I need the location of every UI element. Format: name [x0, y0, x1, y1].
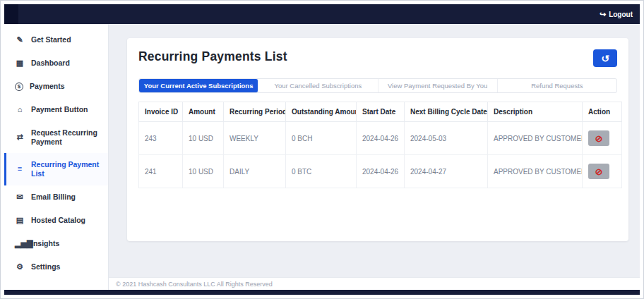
copyright-text: © 2021 Hashcash Consultants LLC All Righ… — [116, 281, 273, 288]
brand-logo — [4, 4, 18, 24]
cell-next-billing-date: 2024-04-27 — [405, 155, 488, 188]
cell-next-billing-date: 2024-05-03 — [405, 122, 488, 155]
cell-invoice-id: 241 — [139, 155, 183, 188]
sidebar-item-label: Insights — [31, 239, 59, 248]
tabs: Your Current Active Subscriptions Your C… — [138, 78, 617, 93]
card-header: Recurring Payments List ↺ — [138, 49, 617, 67]
sidebar-item-label: Payments — [30, 82, 65, 91]
table-header-cell: Recurring Period — [224, 102, 286, 122]
cell-start-date: 2024-04-26 — [357, 122, 405, 155]
cancel-subscription-button[interactable]: ⊘ — [588, 164, 609, 179]
cell-recurring-period: DAILY — [224, 155, 286, 188]
table-header-cell: Action — [583, 102, 622, 122]
table-header-cell: Outstanding Amount — [286, 102, 357, 122]
sidebar-item[interactable]: $ Payments — [4, 75, 108, 98]
cell-start-date: 2024-04-26 — [357, 155, 405, 188]
sidebar-item-icon: ⇄ — [15, 133, 25, 142]
cancel-subscription-button[interactable]: ⊘ — [588, 130, 609, 146]
sidebar-item-icon: ⌂ — [15, 105, 25, 114]
sidebar-item-label: Hosted Catalog — [31, 216, 85, 225]
sidebar-item-icon: ✎ — [15, 35, 25, 44]
no-entry-icon: ⊘ — [595, 167, 603, 176]
sidebar-item-label: Email Billing — [31, 193, 76, 202]
tab[interactable]: Refund Requests — [498, 79, 616, 92]
logout-button[interactable]: ↪ Logout — [592, 4, 640, 24]
cell-recurring-period: WEEKLY — [224, 122, 286, 155]
table-row: 243 10 USD WEEKLY 0 BCH 2024-04-26 2024-… — [139, 122, 622, 155]
sidebar-item-icon: $ — [15, 83, 23, 91]
subscriptions-table: Invoice ID Amount Recurring Period Outst… — [138, 102, 622, 188]
cell-description: APPROVED BY CUSTOMER — [488, 122, 583, 155]
main-area: Recurring Payments List ↺ Your Current A… — [109, 24, 640, 290]
recurring-payments-card: Recurring Payments List ↺ Your Current A… — [127, 38, 628, 241]
sidebar-item[interactable]: ▤ Hosted Catalog — [4, 209, 108, 232]
sidebar-item-label: Get Started — [31, 35, 71, 44]
sidebar-item-icon: ⚙ — [15, 262, 25, 271]
topbar: ↪ Logout — [4, 4, 640, 24]
table-header-cell: Start Date — [357, 102, 405, 122]
sidebar-item-label: Settings — [31, 262, 60, 271]
sidebar-item-icon: ▦ — [15, 59, 25, 68]
sidebar-item-icon: ▤ — [15, 216, 25, 225]
cell-description: APPROVED BY CUSTOMER — [488, 155, 583, 188]
tab-label: Your Current Active Subscriptions — [144, 82, 254, 90]
sidebar-item-icon: ▂▅▇ — [15, 239, 25, 248]
refresh-button[interactable]: ↺ — [593, 49, 617, 67]
sidebar-item-label: Payment Button — [31, 105, 88, 114]
app: ↪ Logout ✎ Get Started ▦ Dashboard — [4, 4, 640, 295]
sidebar-item-label: Dashboard — [31, 59, 70, 68]
cell-amount: 10 USD — [183, 155, 224, 188]
table-header-cell: Next Billing Cycle Date — [405, 102, 488, 122]
table-header-cell: Amount — [183, 102, 224, 122]
cell-action: ⊘ — [583, 122, 622, 155]
sidebar-item-label: Request Recurring Payment — [31, 128, 104, 146]
history-refresh-icon: ↺ — [601, 53, 609, 64]
app-frame: ↪ Logout ✎ Get Started ▦ Dashboard — [0, 0, 644, 299]
sidebar-item-icon: ✉ — [15, 193, 25, 202]
cell-action: ⊘ — [583, 155, 622, 188]
no-entry-icon: ⊘ — [595, 134, 603, 143]
tab[interactable]: Your Cancelled Subscriptions — [258, 79, 378, 92]
sidebar-item[interactable]: ▂▅▇ Insights — [4, 232, 108, 255]
main-content: Recurring Payments List ↺ Your Current A… — [109, 24, 640, 277]
tab-label: Your Cancelled Subscriptions — [274, 82, 362, 90]
sidebar-item[interactable]: ✎ Get Started — [4, 28, 108, 51]
cell-outstanding-amount: 0 BCH — [286, 122, 357, 155]
cell-invoice-id: 243 — [139, 122, 183, 155]
table-header-cell: Description — [488, 102, 583, 122]
table-header-cell: Invoice ID — [139, 102, 183, 122]
table-row: 241 10 USD DAILY 0 BTC 2024-04-26 2024-0… — [139, 155, 622, 188]
page-title: Recurring Payments List — [138, 49, 287, 64]
bottom-strip — [4, 290, 640, 295]
sidebar-item[interactable]: ⇄ Request Recurring Payment — [4, 121, 108, 153]
tab[interactable]: Your Current Active Subscriptions — [139, 79, 258, 92]
sidebar-item[interactable]: ▦ Dashboard — [4, 51, 108, 75]
tab-label: Refund Requests — [531, 82, 583, 90]
logout-label: Logout — [609, 11, 633, 18]
sidebar-item[interactable]: ✉ Email Billing — [4, 185, 108, 209]
sidebar: ✎ Get Started ▦ Dashboard $ Payments — [4, 24, 109, 290]
sidebar-item[interactable]: ⚙ Settings — [4, 255, 108, 279]
sidebar-item-label: Recurring Payment List — [31, 160, 104, 178]
middle-region: ✎ Get Started ▦ Dashboard $ Payments — [4, 24, 640, 290]
sidebar-item[interactable]: ⌂ Payment Button — [4, 98, 108, 121]
cell-amount: 10 USD — [183, 122, 224, 155]
table-header-row: Invoice ID Amount Recurring Period Outst… — [139, 102, 622, 122]
tab[interactable]: View Payment Requested By You — [378, 79, 498, 92]
footer: © 2021 Hashcash Consultants LLC All Righ… — [109, 277, 640, 290]
logout-icon: ↪ — [600, 10, 606, 19]
sidebar-item-icon: ≡ — [15, 164, 25, 173]
sidebar-item[interactable]: ≡ Recurring Payment List — [4, 153, 108, 185]
tab-label: View Payment Requested By You — [388, 82, 487, 90]
cell-outstanding-amount: 0 BTC — [286, 155, 357, 188]
table-body: 243 10 USD WEEKLY 0 BCH 2024-04-26 2024-… — [139, 122, 622, 188]
